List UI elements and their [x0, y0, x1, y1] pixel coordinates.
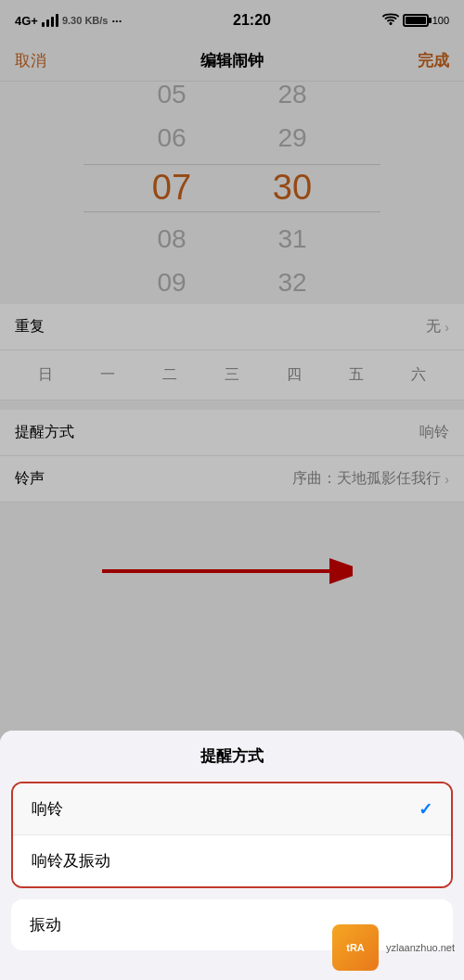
popup-options-bordered: 响铃 ✓ 响铃及振动 — [11, 782, 453, 888]
checkmark-icon: ✓ — [419, 799, 432, 820]
option-ring[interactable]: 响铃 ✓ — [13, 783, 451, 835]
watermark: tRA yzlaanzhuo.net — [332, 924, 455, 971]
popup-overlay[interactable]: 提醒方式 响铃 ✓ 响铃及振动 振动 — [0, 0, 464, 980]
option-ring-vibrate[interactable]: 响铃及振动 — [13, 835, 451, 886]
option-ring-label: 响铃 — [32, 798, 63, 820]
watermark-site: yzlaanzhuo.net — [386, 942, 455, 953]
popup-title: 提醒方式 — [0, 731, 464, 782]
option-ring-vibrate-label: 响铃及振动 — [32, 850, 110, 872]
option-vibrate-label: 振动 — [30, 914, 61, 935]
watermark-logo: tRA — [332, 924, 379, 971]
